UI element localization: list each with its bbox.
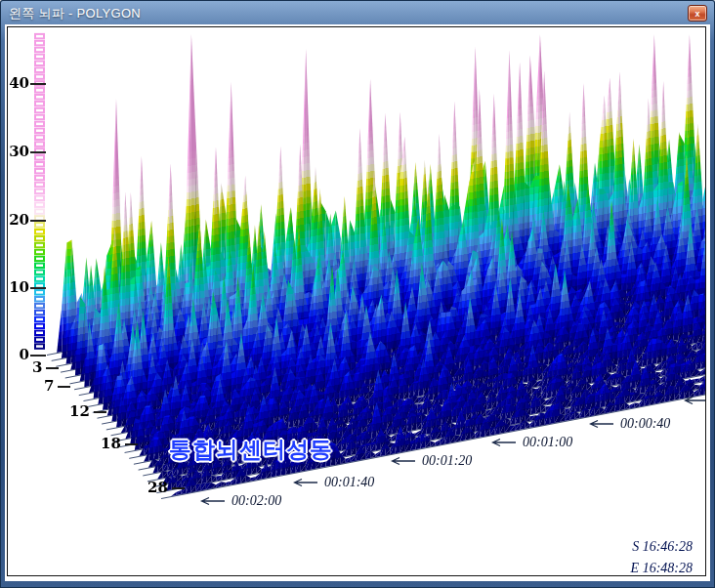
- z-axis-tick: [30, 83, 46, 85]
- surface-canvas: [8, 27, 705, 575]
- z-axis-label: 20: [8, 213, 29, 228]
- title-bar[interactable]: 왼쪽 뇌파 - POLYGON x: [0, 0, 715, 25]
- z-axis-label: 30: [8, 145, 29, 159]
- freq-axis-tick: [125, 443, 138, 445]
- freq-tick-text: 18: [101, 437, 121, 451]
- time-tick-text: 00:01:40: [324, 475, 374, 490]
- z-axis-label: 10: [8, 280, 29, 295]
- time-tick-text: 00:01:20: [422, 453, 472, 469]
- z-axis-tick: [30, 151, 46, 153]
- time-tick-arrow: [293, 478, 318, 487]
- freq-axis-label: 3: [32, 360, 59, 375]
- client-frame: 40 30 20 10 0 3 7 12 18 28: [5, 24, 710, 581]
- freq-axis-label: 28: [147, 481, 185, 495]
- time-axis-label: 00:01:40: [293, 475, 374, 490]
- freq-axis-label: 18: [101, 437, 138, 451]
- freq-axis-tick: [94, 411, 106, 413]
- freq-axis-label: 12: [69, 404, 106, 419]
- freq-axis-tick: [172, 487, 185, 489]
- time-axis-label-clipped: [684, 396, 706, 405]
- time-axis-label: 00:00:40: [589, 416, 670, 432]
- time-axis-label: 00:01:00: [491, 435, 572, 450]
- time-axis-label: 00:01:20: [391, 453, 472, 469]
- freq-tick-text: 7: [44, 379, 54, 394]
- freq-tick-text: 12: [69, 404, 90, 419]
- z-axis-label: 40: [8, 76, 29, 91]
- watermark-text: 통합뇌센터성동: [169, 435, 333, 465]
- time-tick-text: 00:01:00: [523, 435, 572, 450]
- session-start-time: S 16:46:28: [632, 539, 693, 555]
- z-axis-tick: [30, 287, 46, 289]
- time-tick-arrow: [200, 496, 226, 506]
- time-tick-arrow: [391, 456, 416, 466]
- close-button[interactable]: x: [688, 5, 707, 21]
- close-icon: x: [694, 9, 699, 19]
- time-tick-arrow: [491, 438, 517, 447]
- freq-axis-tick: [46, 367, 59, 369]
- z-axis-label: 0: [8, 348, 29, 362]
- time-tick-arrow: [589, 419, 614, 429]
- time-axis-label: 00:02:00: [200, 493, 281, 509]
- time-tick-arrow: [684, 396, 706, 405]
- window-title: 왼쪽 뇌파 - POLYGON: [9, 5, 141, 22]
- z-axis-tick: [30, 220, 46, 222]
- time-tick-text: 00:02:00: [231, 493, 281, 509]
- freq-axis-label: 7: [44, 379, 70, 394]
- z-axis-tick: [30, 355, 46, 357]
- window: 왼쪽 뇌파 - POLYGON x 40 30 20 10 0 3 7: [0, 0, 715, 588]
- chart-area: 40 30 20 10 0 3 7 12 18 28: [7, 26, 706, 576]
- time-tick-text: 00:00:40: [620, 416, 670, 432]
- freq-tick-text: 28: [147, 481, 168, 495]
- freq-tick-text: 3: [32, 360, 42, 375]
- freq-axis-tick: [58, 386, 70, 388]
- session-end-time: E 16:48:28: [631, 561, 693, 576]
